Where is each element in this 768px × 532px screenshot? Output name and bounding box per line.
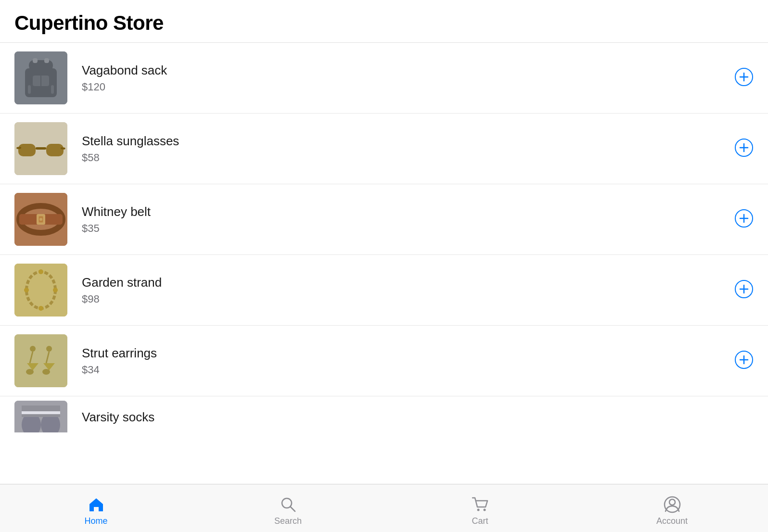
svg-rect-13: [18, 144, 36, 156]
product-price: $58: [82, 152, 725, 164]
svg-rect-56: [22, 414, 60, 417]
product-image: [14, 264, 67, 317]
tab-search[interactable]: Search: [192, 491, 384, 526]
tab-search-label: Search: [274, 516, 302, 526]
svg-point-40: [30, 346, 36, 352]
svg-rect-14: [46, 144, 64, 156]
svg-rect-39: [14, 334, 67, 387]
product-price: $34: [82, 364, 725, 376]
tab-cart[interactable]: Cart: [384, 491, 576, 526]
svg-line-59: [291, 507, 295, 511]
product-image: [14, 51, 67, 104]
tab-account-label: Account: [656, 516, 688, 526]
product-info: Garden strand $98: [82, 275, 725, 305]
product-price: $98: [82, 293, 725, 305]
account-icon: [663, 495, 681, 514]
list-item: Stella sunglasses $58: [0, 114, 768, 184]
svg-point-46: [26, 369, 34, 375]
svg-rect-54: [22, 405, 60, 411]
add-to-cart-button[interactable]: [734, 67, 754, 89]
list-item: Garden strand $98: [0, 255, 768, 326]
add-to-cart-button[interactable]: [734, 209, 754, 230]
add-to-cart-button[interactable]: [734, 138, 754, 159]
search-icon: [279, 495, 297, 514]
list-item: Strut earrings $34: [0, 326, 768, 396]
svg-point-43: [46, 346, 52, 352]
tab-account[interactable]: Account: [576, 491, 768, 526]
product-image: [14, 401, 67, 432]
svg-point-61: [483, 508, 486, 511]
svg-point-34: [24, 288, 29, 292]
product-price: $120: [82, 81, 725, 93]
cart-icon: [471, 495, 489, 514]
svg-point-26: [39, 218, 42, 221]
product-image: [14, 334, 67, 387]
product-info: Strut earrings $34: [82, 346, 725, 376]
svg-point-47: [42, 369, 50, 375]
svg-rect-15: [36, 147, 46, 150]
svg-point-35: [53, 288, 58, 292]
list-item: Vagabond sack $120: [0, 43, 768, 114]
product-list: Vagabond sack $120 Stella sung: [0, 43, 768, 484]
svg-rect-8: [51, 85, 54, 94]
product-info: Vagabond sack $120: [82, 63, 725, 93]
product-price: $35: [82, 222, 725, 235]
add-to-cart-button[interactable]: [734, 279, 754, 301]
svg-point-33: [38, 306, 43, 311]
svg-point-63: [669, 499, 675, 505]
home-icon: [87, 495, 105, 514]
product-image: [14, 122, 67, 175]
product-name: Whitney belt: [82, 204, 725, 219]
product-info: Varsity socks: [82, 410, 725, 428]
product-name: Varsity socks: [82, 410, 725, 425]
tab-home[interactable]: Home: [0, 491, 192, 526]
svg-point-32: [38, 269, 43, 274]
tab-bar: Home Search Cart: [0, 484, 768, 532]
svg-point-60: [477, 508, 479, 511]
list-item: Whitney belt $35: [0, 184, 768, 255]
page-title: Cupertino Store: [14, 12, 754, 35]
product-info: Whitney belt $35: [82, 204, 725, 235]
tab-cart-label: Cart: [472, 516, 488, 526]
svg-point-58: [282, 498, 292, 508]
app-header: Cupertino Store: [0, 0, 768, 43]
product-image: [14, 193, 67, 246]
product-name: Stella sunglasses: [82, 134, 725, 149]
tab-home-label: Home: [84, 516, 107, 526]
list-item: Varsity socks: [0, 396, 768, 432]
product-name: Garden strand: [82, 275, 725, 290]
add-to-cart-button[interactable]: [734, 350, 754, 371]
product-name: Vagabond sack: [82, 63, 725, 78]
svg-rect-55: [22, 411, 60, 414]
svg-rect-7: [28, 85, 31, 94]
product-name: Strut earrings: [82, 346, 725, 361]
svg-rect-3: [33, 58, 38, 63]
svg-rect-4: [44, 58, 49, 63]
product-info: Stella sunglasses $58: [82, 134, 725, 164]
svg-rect-2: [29, 60, 53, 71]
